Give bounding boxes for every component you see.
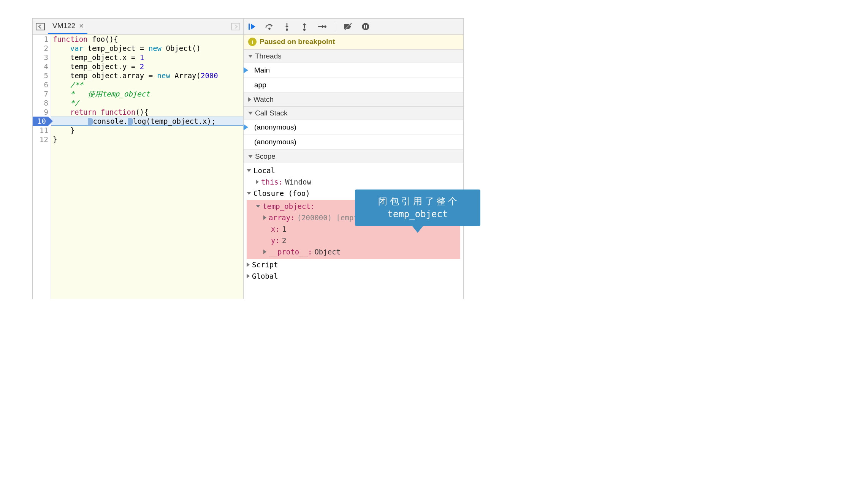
triangle-right-icon: [247, 262, 250, 267]
source-tabbar: VM122 ×: [33, 19, 243, 35]
code-editor[interactable]: 1234 5678 910 1112 function foo(){ var t…: [33, 35, 243, 299]
step-out-button[interactable]: [300, 22, 309, 31]
proto-value: Object: [314, 246, 341, 257]
x-label: x:: [271, 223, 280, 235]
y-value: 2: [282, 235, 286, 246]
triangle-right-icon: [263, 250, 266, 254]
thread-name: Main: [254, 66, 270, 74]
triangle-right-icon: [263, 215, 266, 220]
exec-mark-icon: [128, 118, 133, 125]
line-gutter: 1234 5678 910 1112: [33, 35, 51, 299]
x-value: 1: [282, 223, 286, 235]
annotation-line2: temp_object: [362, 208, 474, 221]
scope-this[interactable]: this: Window: [247, 176, 460, 188]
nav-back-button[interactable]: [35, 21, 46, 32]
temp-object-label: temp_object:: [263, 201, 315, 212]
triangle-down-icon: [247, 169, 251, 172]
tab-label: VM122: [52, 22, 75, 30]
annotation-line1: 闭 包 引 用 了 整 个: [362, 195, 474, 208]
scope-local[interactable]: Local: [247, 165, 460, 176]
paused-banner: i Paused on breakpoint: [244, 35, 463, 49]
proto-prop-row[interactable]: __proto__: Object: [247, 246, 460, 257]
svg-rect-12: [364, 25, 365, 28]
proto-label: __proto__:: [269, 246, 312, 257]
pause-exceptions-button[interactable]: [361, 22, 370, 31]
array-label: array:: [269, 212, 295, 223]
step-into-button[interactable]: [282, 22, 291, 31]
debugger-pane: i Paused on breakpoint Threads Main app …: [244, 19, 463, 299]
exec-mark-icon: [88, 118, 93, 125]
callstack-header[interactable]: Call Stack: [244, 106, 463, 120]
frame-name: (anonymous): [254, 123, 296, 131]
source-tab-active[interactable]: VM122 ×: [48, 19, 87, 34]
current-exec-line: console.log(temp_object.x);: [51, 117, 243, 126]
code-area: function foo(){ var temp_object = new Ob…: [51, 35, 243, 299]
svg-rect-0: [36, 23, 44, 30]
watch-header[interactable]: Watch: [244, 93, 463, 106]
triangle-right-icon: [248, 97, 251, 102]
scope-closure-label: Closure (foo): [253, 188, 310, 199]
y-prop-row[interactable]: y: 2: [247, 235, 460, 246]
devtools-panel: VM122 × 1234 5678 910 1112 function foo(…: [32, 18, 464, 299]
triangle-down-icon: [256, 205, 260, 208]
info-icon: i: [248, 38, 257, 46]
step-button[interactable]: [317, 22, 326, 31]
triangle-down-icon: [248, 155, 253, 158]
toolbar-divider: [335, 22, 335, 31]
scope-global[interactable]: Global: [247, 270, 460, 282]
triangle-right-icon: [247, 274, 250, 278]
triangle-down-icon: [248, 112, 253, 115]
close-icon[interactable]: ×: [79, 22, 84, 30]
scope-title: Scope: [255, 152, 276, 161]
scope-local-label: Local: [253, 165, 275, 176]
watch-title: Watch: [253, 95, 274, 104]
svg-point-3: [268, 27, 271, 30]
stack-frame[interactable]: (anonymous): [244, 120, 463, 135]
paused-text: Paused on breakpoint: [260, 38, 335, 46]
callstack-title: Call Stack: [255, 109, 288, 117]
resume-button[interactable]: [247, 22, 257, 31]
scope-script-label: Script: [252, 259, 278, 270]
annotation-balloon: 闭 包 引 用 了 整 个 temp_object: [355, 190, 480, 226]
step-over-button[interactable]: [265, 22, 274, 31]
split-panels: VM122 × 1234 5678 910 1112 function foo(…: [33, 19, 463, 299]
svg-rect-2: [249, 24, 250, 30]
triangle-right-icon: [256, 180, 259, 184]
thread-row[interactable]: Main: [244, 63, 463, 78]
threads-title: Threads: [255, 52, 282, 60]
debug-toolbar: [244, 19, 463, 35]
thread-name: app: [254, 81, 266, 89]
prop-this: this:: [261, 176, 283, 188]
stack-frame[interactable]: (anonymous): [244, 135, 463, 150]
svg-rect-1: [231, 23, 240, 30]
triangle-down-icon: [247, 192, 251, 195]
scope-script[interactable]: Script: [247, 259, 460, 270]
frame-name: (anonymous): [254, 138, 296, 146]
threads-header[interactable]: Threads: [244, 49, 463, 63]
nav-forward-button[interactable]: [230, 21, 241, 32]
breakpoint-marker[interactable]: 10: [33, 117, 48, 126]
deactivate-breakpoints-button[interactable]: [344, 22, 353, 31]
scope-header[interactable]: Scope: [244, 150, 463, 163]
triangle-down-icon: [248, 55, 253, 58]
threads-body: Main app: [244, 63, 463, 93]
thread-row[interactable]: app: [244, 78, 463, 93]
prop-this-value: Window: [285, 176, 311, 188]
svg-point-5: [286, 28, 288, 31]
y-label: y:: [271, 235, 280, 246]
callstack-body: (anonymous) (anonymous): [244, 120, 463, 150]
svg-point-9: [324, 25, 326, 28]
svg-point-7: [303, 28, 306, 31]
svg-rect-13: [366, 25, 367, 28]
source-pane: VM122 × 1234 5678 910 1112 function foo(…: [33, 19, 244, 299]
scope-global-label: Global: [252, 270, 278, 282]
